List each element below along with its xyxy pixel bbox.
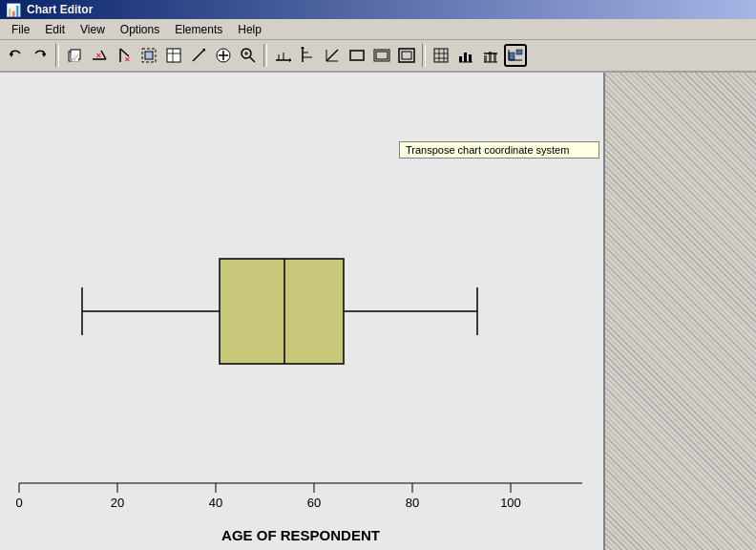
svg-line-16 bbox=[193, 50, 204, 61]
tooltip-text: Transpose chart coordinate system bbox=[406, 144, 569, 156]
svg-line-22 bbox=[250, 57, 255, 62]
sep3 bbox=[422, 44, 426, 67]
svg-rect-46 bbox=[459, 56, 462, 62]
grid-button[interactable] bbox=[430, 44, 452, 67]
svg-rect-48 bbox=[469, 54, 472, 62]
delete-x-button[interactable]: ✕ bbox=[88, 44, 111, 67]
copy-chart-button[interactable]: 📈 bbox=[63, 44, 86, 67]
delete-y-button[interactable]: ✕ bbox=[113, 44, 136, 67]
svg-rect-56 bbox=[516, 50, 522, 54]
edit-element-button[interactable] bbox=[162, 44, 185, 67]
svg-rect-55 bbox=[509, 53, 514, 60]
erase-button[interactable] bbox=[212, 44, 235, 67]
svg-text:AGE OF RESPONDENT: AGE OF RESPONDENT bbox=[221, 527, 380, 543]
title-bar: 📊 Chart Editor bbox=[0, 0, 756, 19]
y-axis-button[interactable] bbox=[296, 44, 319, 67]
redo-button[interactable] bbox=[29, 44, 52, 67]
undo-button[interactable] bbox=[4, 44, 27, 67]
right-panel bbox=[603, 73, 756, 550]
main-content: 0 20 40 60 80 100 AGE OF RESPONDENT Tran… bbox=[0, 73, 756, 550]
draw-line-button[interactable] bbox=[187, 44, 210, 67]
svg-rect-39 bbox=[399, 49, 414, 62]
svg-rect-13 bbox=[167, 49, 180, 62]
inner-frame-button[interactable] bbox=[370, 44, 393, 67]
bar-line-button[interactable] bbox=[479, 44, 502, 67]
svg-rect-47 bbox=[464, 53, 467, 62]
menu-help[interactable]: Help bbox=[230, 21, 269, 38]
rect-frame-button[interactable] bbox=[346, 44, 368, 67]
svg-rect-38 bbox=[376, 52, 388, 59]
sep1 bbox=[55, 44, 59, 67]
title-text: Chart Editor bbox=[27, 3, 93, 16]
menu-elements[interactable]: Elements bbox=[167, 21, 230, 38]
svg-rect-36 bbox=[350, 51, 364, 60]
sep2 bbox=[263, 44, 267, 67]
svg-rect-50 bbox=[484, 55, 487, 62]
svg-rect-12 bbox=[145, 52, 153, 59]
svg-marker-30 bbox=[301, 47, 304, 49]
x-axis-button[interactable] bbox=[271, 44, 294, 67]
svg-text:✕: ✕ bbox=[124, 55, 131, 64]
svg-text:100: 100 bbox=[500, 496, 521, 510]
diag-axis-button[interactable] bbox=[321, 44, 344, 67]
svg-text:0: 0 bbox=[15, 496, 22, 510]
svg-rect-63 bbox=[220, 259, 344, 364]
title-icon: 📊 bbox=[6, 3, 21, 17]
svg-line-33 bbox=[326, 50, 338, 61]
svg-rect-41 bbox=[434, 49, 448, 62]
svg-text:80: 80 bbox=[406, 496, 419, 510]
svg-text:20: 20 bbox=[111, 496, 124, 510]
menu-file[interactable]: File bbox=[4, 21, 37, 38]
outer-frame-button[interactable] bbox=[395, 44, 418, 67]
select-element-button[interactable] bbox=[137, 44, 160, 67]
svg-text:✕: ✕ bbox=[95, 52, 102, 60]
svg-marker-26 bbox=[289, 58, 291, 62]
svg-text:📈: 📈 bbox=[71, 53, 79, 62]
bar-chart-button[interactable] bbox=[454, 44, 477, 67]
tooltip: Transpose chart coordinate system bbox=[399, 141, 599, 159]
menu-bar: File Edit View Options Elements Help bbox=[0, 19, 756, 40]
chart-area: 0 20 40 60 80 100 AGE OF RESPONDENT Tran… bbox=[0, 73, 603, 550]
zoom-button[interactable] bbox=[237, 44, 260, 67]
transpose-button[interactable] bbox=[504, 44, 527, 67]
svg-rect-52 bbox=[494, 53, 496, 62]
toolbar: 📈 ✕ ✕ bbox=[0, 40, 756, 73]
svg-rect-40 bbox=[402, 52, 411, 59]
svg-text:40: 40 bbox=[209, 496, 222, 510]
menu-view[interactable]: View bbox=[73, 21, 113, 38]
menu-edit[interactable]: Edit bbox=[37, 21, 73, 38]
menu-options[interactable]: Options bbox=[113, 21, 167, 38]
svg-text:60: 60 bbox=[307, 496, 321, 510]
